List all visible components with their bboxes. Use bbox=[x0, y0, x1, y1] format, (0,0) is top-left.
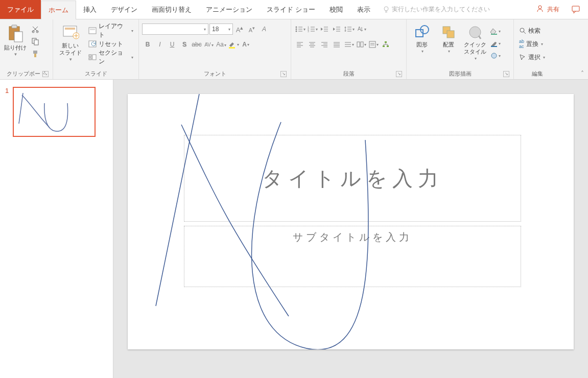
ink-thumbnail-icon bbox=[14, 88, 96, 137]
increase-indent-button[interactable] bbox=[331, 23, 342, 35]
tab-design[interactable]: デザイン bbox=[104, 0, 145, 19]
tab-slideshow[interactable]: スライド ショー bbox=[260, 0, 322, 19]
smartart-button[interactable] bbox=[380, 39, 391, 50]
line-spacing-button[interactable]: ▾ bbox=[343, 23, 355, 35]
svg-rect-7 bbox=[14, 32, 22, 42]
cut-button[interactable] bbox=[30, 23, 41, 35]
share-button[interactable]: 共有 bbox=[531, 0, 565, 19]
svg-rect-13 bbox=[34, 54, 36, 57]
italic-button[interactable]: I bbox=[154, 39, 166, 50]
svg-rect-86 bbox=[491, 46, 497, 47]
char-spacing-button[interactable]: AV▾ bbox=[203, 39, 215, 50]
arrange-button[interactable]: 配置▾ bbox=[436, 23, 461, 54]
decrease-indent-button[interactable] bbox=[319, 23, 330, 35]
justify-button[interactable] bbox=[331, 39, 342, 50]
quick-styles-button[interactable]: クイック スタイル▾ bbox=[463, 23, 487, 61]
workspace: 1 タイトルを入力 サブタイトルを入力 bbox=[0, 80, 588, 378]
layout-button[interactable]: レイアウト▾ bbox=[86, 25, 135, 37]
paste-button[interactable]: 貼り付け ▼ bbox=[3, 23, 28, 57]
group-clipboard-label: クリップボード bbox=[7, 70, 46, 78]
svg-rect-85 bbox=[491, 34, 497, 35]
subtitle-placeholder[interactable]: サブタイトルを入力 bbox=[184, 226, 521, 287]
columns-button[interactable]: ▾ bbox=[356, 39, 367, 50]
shadow-button[interactable]: S bbox=[179, 39, 190, 50]
highlight-button[interactable]: ▾ bbox=[228, 39, 239, 50]
tab-insert[interactable]: 挿入 bbox=[76, 0, 104, 19]
svg-point-26 bbox=[295, 27, 297, 28]
font-color-button[interactable]: A▾ bbox=[240, 39, 251, 50]
slide-canvas[interactable]: タイトルを入力 サブタイトルを入力 bbox=[128, 94, 574, 349]
text-direction-button[interactable]: A▾ bbox=[356, 23, 367, 35]
shape-effects-button[interactable]: ▾ bbox=[489, 50, 501, 61]
clear-formatting-button[interactable]: A bbox=[258, 23, 270, 35]
align-center-button[interactable] bbox=[307, 39, 318, 50]
align-left-button[interactable] bbox=[294, 39, 305, 50]
slide-editor[interactable]: タイトルを入力 サブタイトルを入力 bbox=[113, 80, 588, 378]
indent-icon bbox=[333, 26, 341, 33]
section-label: セクション bbox=[99, 49, 129, 66]
group-font-label: フォント bbox=[204, 70, 226, 78]
arrange-icon bbox=[441, 25, 456, 40]
group-font: ▾ 18▾ A▴ A▾ A B I U S abc AV▾ Aa▾ ▾ A▾ フ… bbox=[139, 19, 291, 79]
slide-thumbnail-1[interactable] bbox=[13, 87, 96, 137]
bullets-button[interactable]: ▾ bbox=[294, 23, 305, 35]
align-text-button[interactable]: ▾ bbox=[368, 39, 379, 50]
outdent-icon bbox=[320, 26, 328, 33]
svg-rect-70 bbox=[369, 41, 375, 48]
shadow-icon: S bbox=[182, 41, 186, 48]
effects-icon bbox=[490, 52, 498, 59]
comments-button[interactable] bbox=[565, 0, 588, 19]
decrease-font-icon: A▾ bbox=[249, 25, 255, 33]
clipboard-dialog-launcher[interactable]: ↘ bbox=[42, 71, 49, 77]
new-slide-button[interactable]: 新しい スライド ▼ bbox=[56, 23, 84, 62]
tab-transitions[interactable]: 画面切り替え bbox=[145, 0, 199, 19]
copy-button[interactable] bbox=[30, 36, 41, 47]
group-slides: 新しい スライド ▼ レイアウト▾ リセット セクション▾ スライド bbox=[53, 19, 139, 79]
chevron-down-icon: ▼ bbox=[68, 57, 73, 62]
group-editing-label: 編集 bbox=[532, 70, 543, 78]
change-case-button[interactable]: Aa▾ bbox=[216, 39, 227, 50]
shapes-icon bbox=[414, 25, 430, 40]
find-button[interactable]: 検索 bbox=[517, 25, 547, 37]
font-dialog-launcher[interactable]: ↘ bbox=[280, 71, 287, 77]
group-paragraph: ▾ 123▾ ▾ A▾ ▾ ▾ ▾ 段落↘ bbox=[291, 19, 407, 79]
increase-font-button[interactable]: A▴ bbox=[234, 23, 245, 35]
distribute-icon bbox=[344, 41, 351, 48]
brush-icon bbox=[31, 50, 39, 58]
layout-label: レイアウト bbox=[99, 22, 129, 39]
tab-view[interactable]: 表示 bbox=[350, 0, 378, 19]
collapse-ribbon-button[interactable]: ˄ bbox=[581, 70, 584, 77]
format-painter-button[interactable] bbox=[30, 48, 41, 59]
underline-button[interactable]: U bbox=[167, 39, 178, 50]
decrease-font-button[interactable]: A▾ bbox=[246, 23, 257, 35]
tab-animations[interactable]: アニメーション bbox=[199, 0, 260, 19]
bold-button[interactable]: B bbox=[142, 39, 153, 50]
svg-text:A: A bbox=[358, 26, 361, 32]
ink-drawing-icon bbox=[128, 94, 577, 349]
numbering-button[interactable]: 123▾ bbox=[307, 23, 318, 35]
replace-button[interactable]: abac 置換▾ bbox=[517, 38, 547, 50]
shape-fill-button[interactable]: ▾ bbox=[489, 26, 501, 37]
paragraph-dialog-launcher[interactable]: ↘ bbox=[396, 71, 402, 77]
align-right-button[interactable] bbox=[319, 39, 330, 50]
tab-review[interactable]: 校閲 bbox=[322, 0, 350, 19]
shapes-button[interactable]: 図形▾ bbox=[410, 23, 434, 54]
tab-file[interactable]: ファイル bbox=[0, 0, 41, 19]
font-name-combo[interactable]: ▾ bbox=[142, 23, 208, 35]
numbering-icon: 123 bbox=[307, 26, 315, 33]
title-placeholder[interactable]: タイトルを入力 bbox=[184, 135, 521, 222]
tab-home[interactable]: ホーム bbox=[41, 1, 76, 19]
drawing-dialog-launcher[interactable]: ↘ bbox=[503, 71, 509, 77]
font-size-combo[interactable]: 18▾ bbox=[209, 23, 233, 35]
shape-outline-button[interactable]: ▾ bbox=[489, 38, 501, 49]
distribute-button[interactable]: ▾ bbox=[343, 39, 355, 50]
slide-thumbnails-panel[interactable]: 1 bbox=[0, 80, 113, 378]
strike-icon: abc bbox=[192, 41, 201, 48]
section-button[interactable]: セクション▾ bbox=[86, 51, 135, 63]
tell-me[interactable]: 実行したい作業を入力してください bbox=[383, 0, 490, 19]
reset-icon bbox=[88, 40, 97, 48]
svg-rect-12 bbox=[33, 51, 37, 54]
strike-button[interactable]: abc bbox=[191, 39, 202, 50]
select-button[interactable]: 選択▾ bbox=[517, 51, 547, 63]
svg-rect-73 bbox=[385, 41, 387, 43]
